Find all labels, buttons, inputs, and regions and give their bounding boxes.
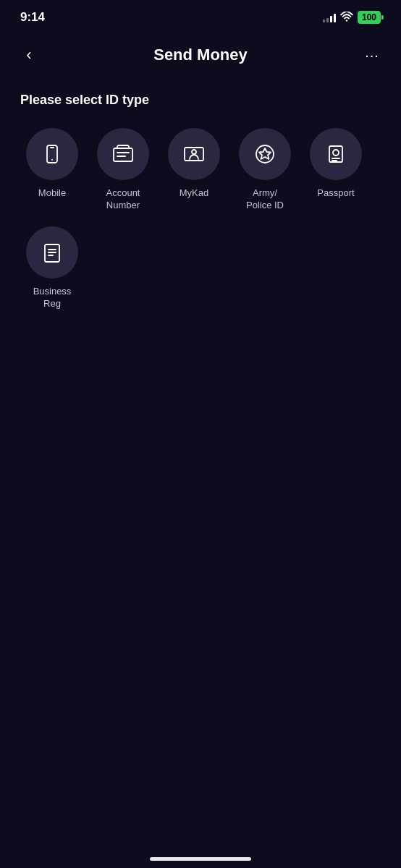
business-reg-icon [41,241,64,264]
army-police-icon [253,142,277,166]
battery-icon: 100 [358,11,381,24]
account-number-icon [111,142,135,166]
page-title: Send Money [153,46,248,64]
account-number-icon-circle [97,128,149,180]
id-type-passport[interactable]: Passport [304,128,368,200]
id-type-business-reg[interactable]: BusinessReg [20,226,84,310]
section-title: Please select ID type [20,93,381,108]
wifi-icon [340,12,353,24]
content-area: Please select ID type Mobile [0,75,401,328]
id-type-grid: Mobile AccountNumber [20,128,381,310]
business-reg-label: BusinessReg [33,286,72,310]
svg-point-0 [346,20,347,21]
id-type-army-police[interactable]: Army/Police ID [233,128,297,212]
status-bar: 9:14 100 [0,0,401,32]
more-icon: ··· [365,47,379,64]
svg-rect-4 [114,148,132,161]
home-indicator [150,857,251,861]
back-chevron-icon: ‹ [26,46,31,64]
account-number-label: AccountNumber [106,187,140,212]
more-options-button[interactable]: ··· [359,42,385,68]
id-type-mykad[interactable]: MyKad [162,128,226,200]
mykad-icon-circle [168,128,220,180]
mykad-icon [182,142,206,166]
header: ‹ Send Money ··· [0,35,401,75]
id-type-account-number[interactable]: AccountNumber [91,128,155,212]
army-police-icon-circle [239,128,291,180]
svg-point-12 [333,150,339,156]
mobile-icon-circle [26,128,78,180]
signal-icon [323,12,336,22]
svg-marker-10 [259,148,271,159]
svg-point-3 [51,159,53,161]
business-reg-icon-circle [26,226,78,278]
mobile-icon [41,142,64,166]
passport-icon-circle [310,128,362,180]
passport-label: Passport [317,187,354,200]
status-icons: 100 [323,11,381,24]
army-police-label: Army/Police ID [246,187,284,212]
svg-rect-11 [329,146,342,162]
status-time: 9:14 [20,10,45,25]
passport-icon [324,142,347,166]
svg-point-8 [192,150,196,154]
back-button[interactable]: ‹ [16,42,42,68]
svg-rect-15 [45,244,59,262]
mobile-label: Mobile [38,187,66,200]
mykad-label: MyKad [180,187,208,200]
id-type-mobile[interactable]: Mobile [20,128,84,200]
